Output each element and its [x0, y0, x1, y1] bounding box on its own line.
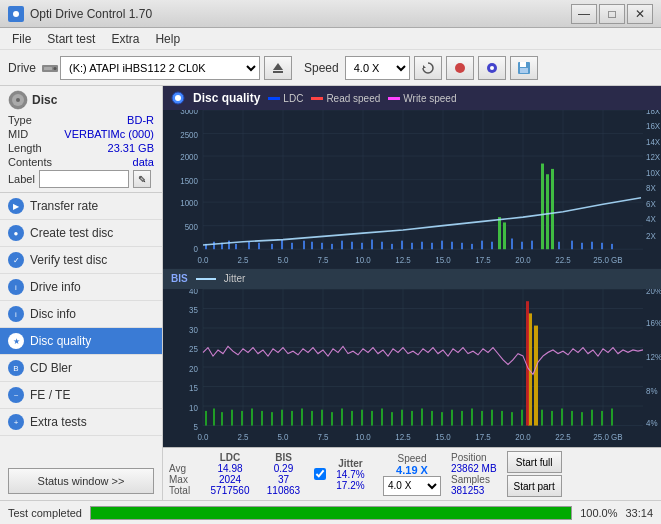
svg-rect-190	[551, 410, 553, 425]
maximize-button[interactable]: □	[599, 4, 625, 24]
svg-rect-103	[558, 242, 560, 249]
disc-type-field: Type BD-R	[8, 114, 154, 126]
disc-mid-value: VERBATIMc (000)	[64, 128, 154, 140]
svg-text:25.0 GB: 25.0 GB	[593, 431, 622, 442]
svg-text:0: 0	[194, 245, 199, 254]
nav-create-test-disc[interactable]: ● Create test disc	[0, 220, 162, 247]
speed-selector[interactable]: 4.0 X	[345, 56, 410, 80]
nav-disc-info[interactable]: i Disc info	[0, 301, 162, 328]
progress-bar-fill	[91, 507, 571, 519]
svg-text:22.5: 22.5	[555, 431, 571, 442]
svg-rect-89	[441, 241, 443, 250]
svg-rect-93	[481, 241, 483, 250]
svg-text:14X: 14X	[646, 138, 661, 147]
write-speed-legend-label: Write speed	[403, 93, 456, 104]
nav-drive-info[interactable]: i Drive info	[0, 274, 162, 301]
svg-point-10	[490, 66, 494, 70]
svg-text:1000: 1000	[180, 199, 198, 208]
disc-type-value: BD-R	[127, 114, 154, 126]
svg-text:15.0: 15.0	[435, 256, 451, 265]
svg-text:500: 500	[185, 223, 199, 232]
svg-text:35: 35	[189, 304, 198, 315]
status-window-button[interactable]: Status window >>	[8, 468, 154, 494]
minimize-button[interactable]: —	[571, 4, 597, 24]
svg-point-8	[455, 63, 465, 73]
write-speed-legend-color	[388, 97, 400, 100]
disc-length-field: Length 23.31 GB	[8, 142, 154, 154]
save-button[interactable]	[510, 56, 538, 80]
svg-rect-92	[471, 244, 473, 249]
start-full-button[interactable]: Start full	[507, 451, 562, 473]
read-speed-legend-color	[311, 97, 323, 100]
jitter-checkbox[interactable]	[314, 468, 326, 480]
svg-rect-158	[251, 408, 253, 425]
svg-rect-83	[381, 242, 383, 249]
svg-rect-176	[431, 410, 433, 425]
ldc-col-header: LDC	[220, 452, 241, 463]
jitter-avg: 14.7%	[336, 469, 364, 480]
svg-rect-163	[301, 408, 303, 425]
nav-disc-quality[interactable]: ★ Disc quality	[0, 328, 162, 355]
svg-rect-82	[371, 240, 373, 250]
svg-rect-195	[601, 410, 603, 425]
nav-cd-bler[interactable]: B CD Bler	[0, 355, 162, 382]
svg-rect-95	[498, 217, 501, 249]
svg-rect-85	[401, 241, 403, 250]
nav-extra-tests[interactable]: + Extra tests	[0, 409, 162, 436]
svg-text:4%: 4%	[646, 416, 658, 427]
svg-text:8X: 8X	[646, 184, 656, 193]
svg-rect-154	[213, 408, 215, 425]
svg-rect-108	[611, 244, 613, 249]
close-button[interactable]: ✕	[627, 4, 653, 24]
svg-rect-98	[521, 242, 523, 249]
svg-rect-168	[351, 410, 353, 425]
svg-rect-80	[351, 242, 353, 249]
svg-rect-79	[341, 241, 343, 250]
svg-rect-166	[331, 412, 333, 425]
svg-text:16%: 16%	[646, 316, 661, 327]
red-circle-button[interactable]	[446, 56, 474, 80]
transfer-rate-icon: ▶	[8, 198, 24, 214]
svg-marker-5	[273, 63, 283, 70]
label-edit-button[interactable]: ✎	[133, 170, 151, 188]
refresh-button[interactable]	[414, 56, 442, 80]
svg-text:5.0: 5.0	[277, 431, 288, 442]
disc-svg-icon	[8, 90, 28, 110]
speed-select-stats[interactable]: 4.0 X	[383, 476, 441, 496]
speed-info-section: Speed 4.19 X 4.0 X	[383, 453, 441, 496]
menu-file[interactable]: File	[4, 30, 39, 48]
svg-rect-196	[611, 408, 613, 425]
disc-quality-icon: ★	[8, 333, 24, 349]
start-part-button[interactable]: Start part	[507, 475, 562, 497]
svg-rect-69	[235, 244, 237, 249]
label-input[interactable]	[39, 170, 129, 188]
svg-rect-169	[361, 409, 363, 425]
svg-rect-73	[281, 240, 283, 250]
menu-help[interactable]: Help	[147, 30, 188, 48]
nav-fe-te[interactable]: ~ FE / TE	[0, 382, 162, 409]
svg-point-16	[16, 98, 20, 102]
svg-rect-175	[421, 408, 423, 425]
nav-verify-test-disc[interactable]: ✓ Verify test disc	[0, 247, 162, 274]
svg-text:10: 10	[189, 402, 198, 413]
svg-rect-184	[511, 412, 513, 425]
svg-rect-100	[541, 164, 544, 250]
svg-rect-66	[213, 242, 215, 249]
svg-rect-156	[231, 409, 233, 425]
svg-rect-194	[591, 409, 593, 425]
blue-circle-button[interactable]	[478, 56, 506, 80]
svg-text:2.5: 2.5	[237, 431, 248, 442]
total-label: Total	[169, 485, 199, 496]
position-label: Position	[451, 452, 497, 463]
drive-selector[interactable]: (K:) ATAPI iHBS112 2 CL0K	[60, 56, 260, 80]
svg-rect-193	[581, 412, 583, 425]
menu-extra[interactable]: Extra	[103, 30, 147, 48]
ldc-max: 2024	[219, 474, 241, 485]
svg-text:20%: 20%	[646, 289, 661, 296]
nav-transfer-rate[interactable]: ▶ Transfer rate	[0, 193, 162, 220]
svg-rect-187	[534, 325, 538, 425]
menu-starttest[interactable]: Start test	[39, 30, 103, 48]
jitter-line-legend	[196, 278, 216, 280]
eject-button[interactable]	[264, 56, 292, 80]
svg-rect-72	[271, 244, 273, 249]
